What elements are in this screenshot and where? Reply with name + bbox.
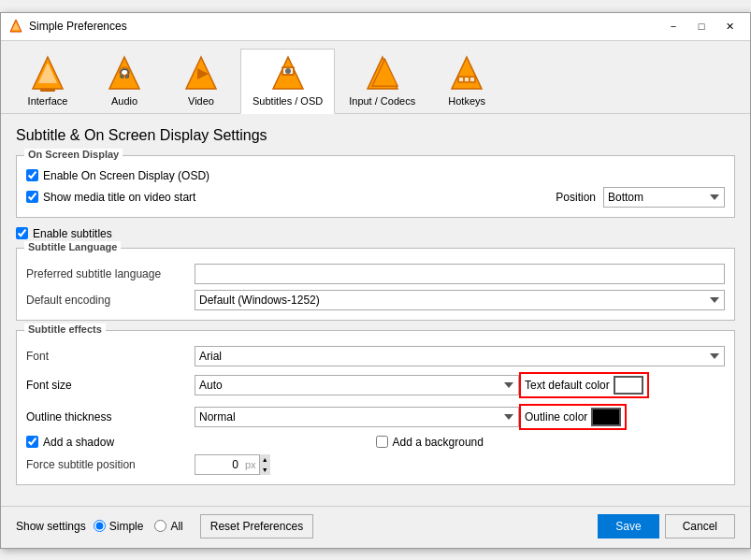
add-background-checkbox[interactable] [376,436,388,448]
position-label: Position [556,191,596,204]
all-label: All [170,520,182,533]
tab-hotkeys-label: Hotkeys [448,95,485,107]
force-position-spinbox: px ▲ ▼ [195,454,269,475]
hotkeys-tab-icon [448,55,485,93]
reset-preferences-button[interactable]: Reset Preferences [200,514,313,538]
osd-group: On Screen Display Enable On Screen Displ… [16,155,735,218]
subtitle-lang-group-title: Subtitle Language [24,241,121,252]
all-radio-item[interactable]: All [154,520,182,533]
add-background-label: Add a background [393,436,484,449]
svg-rect-19 [459,78,463,81]
window-title: Simple Preferences [29,20,127,33]
force-position-unit: px [242,459,259,470]
show-media-label: Show media title on video start [43,191,195,204]
tab-input[interactable]: Input / Codecs [337,49,427,113]
enable-subtitles-checkbox[interactable] [16,227,28,239]
audio-tab-icon: 🎧 [106,55,143,93]
outline-color-label: Outline color [525,410,587,424]
simple-label: Simple [109,520,144,533]
font-label: Font [26,350,195,363]
tab-hotkeys[interactable]: Hotkeys [429,49,504,113]
text-default-color-label: Text default color [525,379,610,392]
tab-audio-label: Audio [111,95,137,107]
outline-color-button[interactable] [591,408,621,426]
font-size-label: Font size [26,379,195,392]
svg-rect-20 [465,78,469,81]
minimize-button[interactable]: − [660,17,686,36]
spinbox-down-button[interactable]: ▼ [259,465,270,475]
tab-video-label: Video [188,95,214,107]
all-radio[interactable] [154,520,166,532]
tab-subtitles-label: Subtitles / OSD [253,95,323,107]
action-buttons: Save Cancel [598,514,735,538]
spinbox-up-button[interactable]: ▲ [259,454,270,465]
add-shadow-checkbox[interactable] [26,436,38,448]
tab-video[interactable]: Video [164,49,238,113]
nav-tabs: Interface 🎧 Audio Video [1,41,750,114]
svg-text:🎧: 🎧 [119,67,131,79]
tab-input-label: Input / Codecs [349,95,415,107]
outline-color-group: Outline color [519,404,627,430]
tab-subtitles[interactable]: Subtitles / OSD [240,49,335,114]
text-color-group: Text default color [519,372,649,398]
text-color-button[interactable] [614,376,643,395]
enable-subtitles-label: Enable subtitles [33,227,112,240]
simple-radio-item[interactable]: Simple [94,520,144,533]
page-title: Subtitle & On Screen Display Settings [16,127,735,144]
cancel-button[interactable]: Cancel [665,514,735,538]
video-tab-icon [182,55,220,93]
save-button[interactable]: Save [598,514,658,538]
main-content: Subtitle & On Screen Display Settings On… [1,114,750,506]
default-encoding-label: Default encoding [26,294,195,307]
interface-tab-icon [29,55,66,93]
enable-osd-checkbox[interactable] [26,169,38,181]
bottom-bar: Show settings Simple All Reset Preferenc… [1,506,750,548]
position-select[interactable]: Bottom Top Left Right [603,187,725,208]
outline-thickness-select[interactable]: Normal Thin Thick None [195,407,519,427]
app-icon [8,19,23,34]
svg-point-14 [285,68,291,74]
default-encoding-select[interactable]: Default (Windows-1252) UTF-8 UTF-16 ISO-… [195,290,725,310]
settings-radio-group: Simple All [94,520,183,533]
svg-rect-21 [470,78,474,81]
preferred-lang-input[interactable] [195,264,725,284]
force-position-label: Force subtitle position [26,458,195,471]
subtitles-tab-icon [269,55,307,93]
show-settings: Show settings Simple All Reset Preferenc… [16,514,313,538]
font-select[interactable]: Arial Times New Roman Courier New Verdan… [195,346,725,366]
outline-thickness-label: Outline thickness [26,410,195,424]
enable-osd-label: Enable On Screen Display (OSD) [43,169,209,182]
svg-rect-4 [40,89,55,92]
tab-interface[interactable]: Interface [10,49,85,113]
effects-group: Subtitle effects Font Arial Times New Ro… [16,330,735,485]
tab-audio[interactable]: 🎧 Audio [87,49,162,113]
maximize-button[interactable]: □ [688,17,715,36]
svg-marker-17 [452,57,482,89]
tab-interface-label: Interface [28,95,68,107]
osd-group-title: On Screen Display [24,149,123,160]
close-button[interactable]: ✕ [716,17,743,36]
show-media-checkbox[interactable] [26,191,38,203]
effects-group-title: Subtitle effects [24,323,106,335]
simple-radio[interactable] [94,520,106,532]
enable-osd-row: Enable On Screen Display (OSD) [26,169,725,182]
enable-subtitles-row: Enable subtitles [16,227,735,240]
force-position-input[interactable] [195,455,242,474]
titlebar: Simple Preferences − □ ✕ [1,13,750,41]
preferred-lang-label: Preferred subtitle language [26,267,195,280]
main-window: Simple Preferences − □ ✕ Interface [0,12,751,549]
add-shadow-label: Add a shadow [43,436,114,449]
font-size-select[interactable]: Auto Small Medium Large [195,375,519,395]
subtitle-lang-group: Subtitle Language Preferred subtitle lan… [16,248,735,321]
show-media-row: Show media title on video start [26,191,195,204]
input-tab-icon [364,55,401,93]
show-settings-label: Show settings [16,520,86,533]
